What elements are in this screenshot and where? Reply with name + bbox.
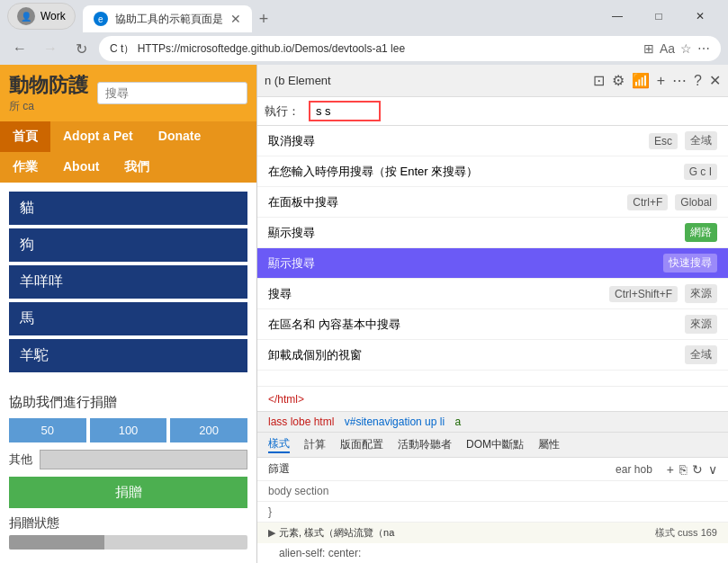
address-bar-row: ← → ↻ C t） HTTPs://microsoftedge.github.…: [0, 32, 728, 65]
maximize-button[interactable]: □: [638, 3, 679, 30]
animal-button[interactable]: 貓: [9, 192, 247, 225]
add-icon[interactable]: +: [657, 73, 665, 89]
css-prop: alien-self: center:: [279, 547, 361, 559]
source-text: 元素, 樣式（網站流覽（na: [279, 526, 655, 540]
new-tab-button[interactable]: +: [252, 6, 276, 32]
settings-icon[interactable]: ⚙: [612, 72, 625, 89]
title-bar: 👤 Work e 協助工具的示範頁面是 ✕ + — □ ✕: [0, 0, 728, 32]
devtools-header: n (b Element ⊡ ⚙ 📶 + ⋯ ? ✕: [257, 65, 728, 97]
devtools-toolbar: 執行：: [257, 97, 728, 126]
command-row[interactable]: 在您輸入時停用搜尋（按 Enter 來搜尋）G c I: [257, 156, 728, 187]
command-name: 搜尋: [268, 286, 609, 302]
command-name: 在區名和 內容基本中搜尋: [268, 317, 678, 333]
command-name: 卸載成個別的視窗: [268, 347, 678, 363]
command-name: 在您輸入時停用搜尋（按 Enter 來搜尋）: [268, 164, 677, 180]
command-row[interactable]: 顯示搜尋網路: [257, 218, 728, 248]
close-button[interactable]: ✕: [679, 3, 721, 30]
browser-chrome: 👤 Work e 協助工具的示範頁面是 ✕ + — □ ✕ ← → ↻ C t）…: [0, 0, 728, 65]
nav-donate[interactable]: Donate: [146, 121, 213, 152]
dock-icon[interactable]: ⊡: [593, 72, 605, 89]
devtools-tab[interactable]: DOM中斷點: [466, 437, 524, 452]
forward-button[interactable]: →: [38, 36, 63, 61]
elem-href[interactable]: v#sitenavigation up li: [345, 416, 445, 428]
devtools-tab[interactable]: 版面配置: [340, 437, 383, 452]
nav-work[interactable]: 作業: [0, 154, 50, 181]
devtools-tab[interactable]: 活動聆聽者: [398, 437, 452, 452]
devtools-close-icon[interactable]: ✕: [709, 72, 721, 89]
command-tag: G c I: [684, 164, 717, 180]
back-button[interactable]: ←: [7, 36, 32, 61]
commands-list: 取消搜尋Esc全域在您輸入時停用搜尋（按 Enter 來搜尋）G c I在面板中…: [257, 126, 728, 386]
devtools-tab[interactable]: 計算: [304, 437, 326, 452]
html-section: </html>: [257, 386, 728, 411]
profile-button[interactable]: 👤 Work: [7, 3, 76, 30]
add-filter-icon[interactable]: +: [667, 462, 674, 477]
address-bar[interactable]: C t） HTTPs://microsoftedge.github.io/Dem…: [99, 36, 721, 61]
wifi-icon[interactable]: 📶: [632, 72, 650, 89]
tab-group: e 協助工具的示範頁面是 ✕ +: [83, 0, 589, 32]
command-shortcut: Ctrl+Shift+F: [609, 286, 678, 302]
source-row: ▶ 元素, 樣式（網站流覽（na 樣式 cuss 169: [257, 522, 728, 543]
main-area: 動物防護 所 ca 首頁 Adopt a Pet Donate 作業 About…: [0, 65, 728, 563]
donate-title: 協助我們進行捐贈: [9, 394, 247, 411]
read-icon[interactable]: Aa: [660, 41, 675, 56]
donate-section: 協助我們進行捐贈 50100200 其他 捐贈 捐贈狀態: [0, 385, 256, 559]
nav-row2: 作業 About 我們: [0, 152, 256, 183]
command-name: 顯示搜尋: [268, 255, 663, 272]
more-devtools-icon[interactable]: ⋯: [672, 72, 687, 89]
elem-class: lass lobe html: [268, 416, 334, 428]
command-name: 在面板中搜尋: [268, 194, 627, 210]
chevron-filter-icon[interactable]: ∨: [708, 462, 717, 477]
more-icon[interactable]: ⋯: [697, 41, 710, 56]
profile-label: Work: [40, 10, 66, 22]
amount-button[interactable]: 200: [170, 418, 247, 442]
profile-icon: 👤: [17, 7, 35, 25]
minimize-button[interactable]: —: [597, 3, 638, 30]
body-section: body section: [257, 480, 728, 501]
help-icon[interactable]: ?: [694, 73, 702, 89]
animal-button[interactable]: 狗: [9, 228, 247, 262]
active-tab[interactable]: e 協助工具的示範頁面是 ✕: [83, 5, 252, 32]
collections-icon[interactable]: ⊞: [643, 41, 654, 56]
brace: }: [268, 505, 272, 518]
filter-label: 篩選: [268, 461, 290, 477]
command-row[interactable]: 搜尋Ctrl+Shift+F來源: [257, 279, 728, 309]
refresh-filter-icon[interactable]: ↻: [692, 462, 703, 477]
command-row[interactable]: 顯示搜尋快速搜尋: [257, 248, 728, 279]
address-icons: ⊞ Aa ☆ ⋯: [643, 41, 710, 56]
source-right: 樣式 cuss 169: [655, 526, 717, 540]
copy-filter-icon[interactable]: ⎘: [679, 462, 687, 477]
tab-close-button[interactable]: ✕: [230, 12, 241, 26]
filter-icons: + ⎘ ↻ ∨: [667, 462, 717, 477]
expand-icon[interactable]: ▶: [268, 527, 275, 539]
command-shortcut: 快速搜尋: [663, 254, 717, 273]
search-input[interactable]: [97, 82, 247, 104]
command-row[interactable]: 卸載成個別的視窗全域: [257, 340, 728, 371]
other-input[interactable]: [40, 450, 247, 469]
nav-home[interactable]: 首頁: [0, 121, 50, 152]
search-box[interactable]: [97, 82, 247, 104]
donate-button[interactable]: 捐贈: [9, 477, 247, 508]
nav-about[interactable]: About: [50, 154, 112, 181]
exec-input[interactable]: [309, 101, 381, 121]
refresh-button[interactable]: ↻: [68, 36, 94, 61]
devtools-tab[interactable]: 屬性: [538, 437, 560, 452]
animal-button[interactable]: 羊咩咩: [9, 265, 247, 299]
animal-button[interactable]: 羊駝: [9, 339, 247, 372]
window-controls: — □ ✕: [597, 3, 721, 30]
page-header: 動物防護 所 ca: [0, 65, 256, 121]
nav-us[interactable]: 我們: [112, 154, 162, 181]
devtools-panel: n (b Element ⊡ ⚙ 📶 + ⋯ ? ✕ 執行： 取消搜尋Esc全域…: [256, 65, 728, 563]
html-tag: </html>: [268, 393, 304, 406]
devtools-tab[interactable]: 樣式: [268, 436, 290, 453]
nav-adopt[interactable]: Adopt a Pet: [50, 121, 146, 152]
amount-button[interactable]: 50: [9, 418, 86, 442]
command-row[interactable]: 在區名和 內容基本中搜尋來源: [257, 309, 728, 340]
edge-icon: e: [94, 12, 108, 26]
command-tag: 來源: [685, 315, 717, 334]
command-row[interactable]: 取消搜尋Esc全域: [257, 126, 728, 156]
animal-button[interactable]: 馬: [9, 302, 247, 335]
favorites-icon[interactable]: ☆: [680, 41, 692, 56]
amount-button[interactable]: 100: [90, 418, 167, 442]
command-row[interactable]: 在面板中搜尋Ctrl+FGlobal: [257, 187, 728, 218]
